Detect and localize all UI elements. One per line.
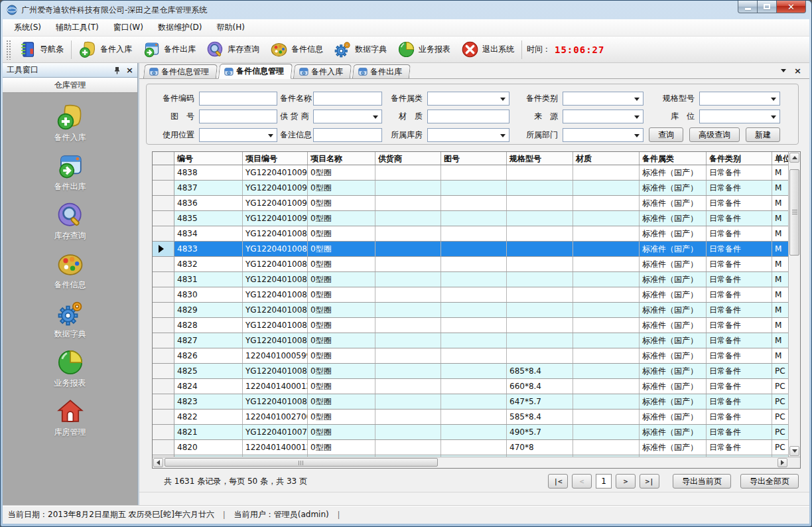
sidebar-item-business-report[interactable]: 业务报表 <box>3 348 137 389</box>
row-indicator[interactable] <box>153 394 174 409</box>
table-cell[interactable]: PC <box>772 364 788 378</box>
horizontal-scroll-thumb[interactable] <box>165 458 438 467</box>
table-cell[interactable] <box>375 287 441 302</box>
table-cell[interactable] <box>375 425 441 439</box>
table-cell[interactable] <box>573 379 640 394</box>
spec-model-combo[interactable] <box>699 92 780 106</box>
table-cell[interactable]: 4831 <box>174 272 243 287</box>
table-cell[interactable] <box>507 272 573 287</box>
menu-item[interactable]: 辅助工具(T) <box>48 19 106 36</box>
table-cell[interactable]: 日常备件 <box>707 425 772 439</box>
table-cell[interactable] <box>441 379 507 394</box>
table-cell[interactable]: 0型圈 <box>308 303 375 317</box>
table-cell[interactable]: YG12204010081 <box>243 364 308 378</box>
table-cell[interactable]: 日常备件 <box>707 242 772 256</box>
table-cell[interactable]: 490*5.7 <box>507 425 573 439</box>
table-cell[interactable]: 日常备件 <box>707 364 772 378</box>
table-cell[interactable]: 1220401000599 <box>243 348 308 363</box>
table-cell[interactable]: 0型圈 <box>308 287 375 302</box>
table-cell[interactable]: 日常备件 <box>707 181 772 195</box>
table-cell[interactable] <box>507 196 573 210</box>
table-cell[interactable] <box>375 364 441 378</box>
table-cell[interactable] <box>573 440 640 455</box>
table-cell[interactable]: 标准件（国产） <box>640 394 707 409</box>
table-cell[interactable] <box>573 410 640 424</box>
toolbar-button-parts-in[interactable]: 备件入库 <box>74 38 137 61</box>
sidebar-item-parts-in[interactable]: 备件入库 <box>3 103 137 143</box>
table-cell[interactable] <box>507 181 573 195</box>
table-cell[interactable] <box>441 348 507 363</box>
department-combo[interactable] <box>563 128 643 142</box>
table-cell[interactable] <box>441 303 507 317</box>
part-name-input[interactable] <box>313 92 382 106</box>
table-cell[interactable]: PC <box>772 440 788 455</box>
table-cell[interactable]: YG12204010092 <box>243 181 308 195</box>
table-cell[interactable]: 1220401400012 <box>243 379 308 394</box>
menu-item[interactable]: 数据维护(D) <box>151 19 210 36</box>
table-cell[interactable]: 0型圈 <box>308 333 375 348</box>
table-cell[interactable]: 4833 <box>174 242 243 256</box>
table-cell[interactable] <box>441 333 507 348</box>
table-row[interactable]: 4821YG122040100790型圈490*5.7标准件（国产）日常备件PC <box>153 425 788 440</box>
table-cell[interactable]: 标准件（国产） <box>640 196 707 210</box>
table-cell[interactable]: YG12204010079 <box>243 425 308 439</box>
table-cell[interactable]: 4822 <box>174 410 243 424</box>
table-cell[interactable]: YG12204010091 <box>243 196 308 210</box>
table-cell[interactable]: M <box>772 165 788 180</box>
table-cell[interactable]: M <box>772 242 788 256</box>
table-cell[interactable]: 标准件（国产） <box>640 303 707 317</box>
table-cell[interactable]: M <box>772 287 788 302</box>
table-cell[interactable] <box>573 318 640 333</box>
table-cell[interactable] <box>441 242 507 256</box>
table-cell[interactable] <box>507 211 573 226</box>
table-cell[interactable]: 4836 <box>174 196 243 210</box>
table-cell[interactable] <box>573 364 640 378</box>
toolbar-button-parts-info[interactable]: 备件信息 <box>265 38 328 61</box>
table-cell[interactable]: 4828 <box>174 318 243 333</box>
table-cell[interactable] <box>573 287 640 302</box>
sidebar-group-header[interactable]: 仓库管理 <box>3 78 137 93</box>
vertical-scrollbar[interactable] <box>788 152 800 457</box>
table-cell[interactable]: 0型圈 <box>308 425 375 439</box>
table-cell[interactable] <box>375 318 441 333</box>
table-cell[interactable] <box>375 242 441 256</box>
table-cell[interactable] <box>507 348 573 363</box>
usage-position-combo[interactable] <box>199 128 277 142</box>
table-cell[interactable]: 4835 <box>174 211 243 226</box>
table-cell[interactable] <box>375 440 441 455</box>
toolbar-button-parts-out[interactable]: 备件出库 <box>137 38 201 61</box>
table-cell[interactable]: M <box>772 348 788 363</box>
table-cell[interactable]: 日常备件 <box>707 318 772 333</box>
table-row[interactable]: 4838YG122040100930型圈标准件（国产）日常备件M <box>153 165 788 181</box>
warehouse-combo[interactable] <box>427 128 509 142</box>
toolbar-button-navbar[interactable]: 导航条 <box>13 38 69 61</box>
table-cell[interactable] <box>375 333 441 348</box>
table-cell[interactable] <box>375 379 441 394</box>
part-code-input[interactable] <box>199 92 277 106</box>
table-cell[interactable]: 4823 <box>174 394 243 409</box>
table-cell[interactable]: 4830 <box>174 287 243 302</box>
table-cell[interactable] <box>573 348 640 363</box>
table-cell[interactable]: 4837 <box>174 181 243 195</box>
table-cell[interactable] <box>441 440 507 455</box>
table-cell[interactable] <box>441 318 507 333</box>
table-cell[interactable]: 4827 <box>174 333 243 348</box>
table-row[interactable]: 4836YG122040100910型圈标准件（国产）日常备件M <box>153 196 788 211</box>
part-category-combo[interactable] <box>427 92 509 106</box>
table-cell[interactable] <box>573 425 640 439</box>
table-cell[interactable]: 0型圈 <box>308 226 375 241</box>
row-indicator[interactable] <box>153 257 174 271</box>
row-indicator[interactable] <box>153 379 174 394</box>
table-cell[interactable] <box>507 287 573 302</box>
table-cell[interactable]: M <box>772 226 788 241</box>
table-cell[interactable]: PC <box>772 379 788 394</box>
table-cell[interactable] <box>375 181 441 195</box>
title-bar[interactable]: 广州爱奇迪软件科技有限公司-深田之星仓库管理系统 ✕ <box>1 1 811 19</box>
table-cell[interactable]: PC <box>772 394 788 409</box>
minimize-button[interactable] <box>738 1 758 13</box>
table-cell[interactable]: 685*8.4 <box>507 364 573 378</box>
table-cell[interactable] <box>375 211 441 226</box>
column-header[interactable]: 图号 <box>441 152 507 165</box>
table-cell[interactable]: 0型圈 <box>308 318 375 333</box>
new-button[interactable]: 新建 <box>746 127 780 142</box>
